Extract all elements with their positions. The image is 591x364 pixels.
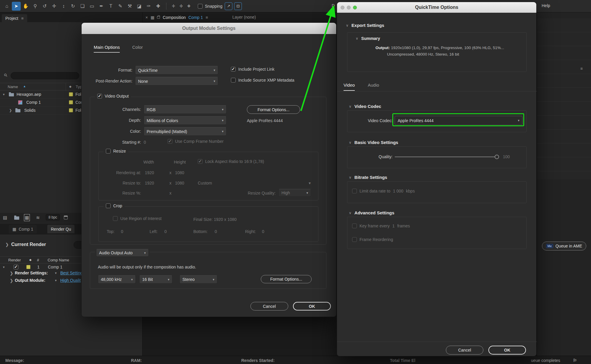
- column-number[interactable]: #: [37, 258, 39, 262]
- quality-slider-knob[interactable]: [495, 155, 499, 159]
- trash-icon[interactable]: [64, 216, 68, 219]
- selection-tool-icon[interactable]: ➤: [12, 2, 21, 11]
- expand-chevron-icon[interactable]: ❯: [10, 271, 13, 276]
- include-project-link-row[interactable]: Include Project Link: [231, 67, 274, 72]
- include-project-link-checkbox[interactable]: [231, 67, 236, 72]
- dolly-camera-tool-icon[interactable]: ↕: [59, 2, 68, 11]
- comp-panel-menu-icon[interactable]: ≡: [205, 15, 208, 20]
- limit-data-rate-value[interactable]: 1 000: [393, 189, 403, 193]
- eraser-tool-icon[interactable]: ◪: [135, 2, 144, 11]
- notification-icon[interactable]: ⚐: [573, 358, 577, 363]
- new-composition-icon[interactable]: ▦: [25, 215, 29, 220]
- pan-camera-tool-icon[interactable]: ✛: [50, 2, 59, 11]
- export-settings-section[interactable]: ∨ Export Settings: [346, 23, 384, 28]
- hand-tool-icon[interactable]: ✋: [21, 2, 30, 11]
- rotation-tool-icon[interactable]: ↻: [69, 2, 77, 11]
- include-xmp-checkbox[interactable]: [231, 78, 236, 82]
- summary-section[interactable]: ∨ Summary: [356, 36, 380, 41]
- video-codec-section[interactable]: ∨ Video Codec: [349, 104, 381, 109]
- help-menu[interactable]: Help: [542, 3, 550, 8]
- render-item-checkbox[interactable]: [14, 265, 18, 269]
- item-name[interactable]: Hexagon.aep: [17, 92, 41, 97]
- bitrate-section[interactable]: ∨ Bitrate Settings: [349, 175, 387, 180]
- crop-bottom-value[interactable]: 0: [215, 229, 217, 234]
- qt-ok-button[interactable]: OK: [488, 346, 526, 355]
- column-name[interactable]: Name: [8, 85, 18, 89]
- resize-width[interactable]: 1920: [145, 181, 154, 185]
- composition-comp-name[interactable]: Comp 1: [188, 15, 203, 20]
- video-output-toggle[interactable]: Video Output: [95, 94, 131, 98]
- oms-ok-button[interactable]: OK: [293, 302, 331, 310]
- quality-slider-track[interactable]: [395, 156, 495, 157]
- tab-project[interactable]: Project ≡: [2, 14, 27, 22]
- format-dropdown[interactable]: QuickTime▾: [135, 66, 218, 75]
- use-comp-frame-checkbox[interactable]: [168, 139, 172, 144]
- crop-toggle[interactable]: Crop: [103, 203, 124, 208]
- output-module-value-link[interactable]: High Qualit: [60, 278, 81, 283]
- resize-height[interactable]: 1080: [175, 181, 184, 185]
- keyframe-checkbox[interactable]: [352, 224, 357, 228]
- type-tool-icon[interactable]: T: [106, 2, 115, 11]
- crop-left-value[interactable]: 0: [164, 229, 167, 234]
- format-options-button[interactable]: Format Options...: [247, 105, 300, 114]
- post-render-dropdown[interactable]: None▾: [135, 77, 218, 85]
- tab-video[interactable]: Video: [344, 82, 355, 91]
- chevron-right-icon[interactable]: ❯: [9, 109, 12, 112]
- pan-behind-tool-icon[interactable]: ❏: [78, 2, 87, 11]
- snap-features-icon[interactable]: ⊡: [234, 2, 242, 10]
- close-icon[interactable]: ×: [145, 15, 148, 20]
- render-settings-value-link[interactable]: Best Setting: [60, 271, 83, 275]
- right-panel-menu-icon[interactable]: ≡: [580, 66, 583, 71]
- basic-video-section[interactable]: ∨ Basic Video Settings: [349, 140, 398, 145]
- window-minimize-button[interactable]: [347, 6, 351, 9]
- label-color-chip[interactable]: [69, 108, 73, 112]
- composition-tab-label[interactable]: Composition: [163, 15, 186, 20]
- sort-ascending-icon[interactable]: ▲: [23, 85, 26, 88]
- label-color-chip[interactable]: [69, 92, 73, 96]
- snapping-toggle[interactable]: Snapping: [198, 4, 222, 9]
- layer-panel-label[interactable]: Layer (none): [232, 15, 256, 20]
- mask-tool-icon-3[interactable]: ✥: [185, 2, 192, 11]
- orbit-camera-tool-icon[interactable]: ↺: [40, 2, 49, 11]
- frame-reordering-checkbox[interactable]: [352, 237, 357, 242]
- snap-edges-icon[interactable]: ↗: [225, 2, 232, 10]
- crop-right-value[interactable]: 0: [262, 229, 264, 234]
- depth-dropdown[interactable]: Millions of Colors▾: [144, 116, 226, 125]
- window-zoom-button[interactable]: [353, 6, 357, 9]
- audio-output-dropdown[interactable]: Audio Output Auto▾: [96, 249, 149, 257]
- mask-tool-icon-2[interactable]: ✣: [178, 2, 185, 11]
- resize-quality-dropdown[interactable]: High▾: [279, 189, 311, 197]
- audio-format-options-button[interactable]: Format Options...: [261, 275, 312, 283]
- resize-checkbox[interactable]: [106, 149, 111, 153]
- resize-preset-dropdown[interactable]: Custom▾: [198, 181, 311, 185]
- tab-color[interactable]: Color: [132, 45, 143, 52]
- panel-menu-icon[interactable]: ≡: [21, 16, 24, 21]
- audio-output-toggle[interactable]: Audio Output Auto▾: [95, 249, 150, 257]
- snapping-checkbox[interactable]: [198, 4, 203, 9]
- label-color-chip[interactable]: [26, 265, 30, 269]
- limit-data-rate-checkbox[interactable]: [352, 189, 357, 193]
- item-name[interactable]: Solids: [24, 108, 35, 113]
- new-folder-icon[interactable]: [14, 216, 19, 220]
- crop-checkbox[interactable]: [106, 203, 111, 208]
- window-close-button[interactable]: [341, 6, 344, 9]
- tab-render-queue[interactable]: Render Qu: [47, 225, 75, 233]
- channels-dropdown[interactable]: RGB▾: [144, 105, 226, 114]
- keyframe-value[interactable]: 1: [392, 224, 395, 228]
- roto-brush-tool-icon[interactable]: ✑: [144, 2, 153, 11]
- shape-tool-icon[interactable]: ▭: [88, 2, 96, 11]
- pen-tool-icon[interactable]: ✒: [97, 2, 106, 11]
- advanced-section[interactable]: ∨ Advanced Settings: [349, 210, 394, 215]
- queue-in-ame-button[interactable]: Me Queue in AME: [542, 242, 586, 250]
- include-xmp-row[interactable]: Include Source XMP Metadata: [231, 78, 294, 82]
- chevron-down-icon[interactable]: ▾: [55, 279, 57, 282]
- sample-rate-dropdown[interactable]: 48,000 kHz▾: [98, 275, 136, 284]
- home-icon[interactable]: ⌂: [2, 2, 11, 11]
- chevron-down-icon[interactable]: ▾: [3, 93, 5, 96]
- project-flowchart-icon[interactable]: ▤: [3, 215, 7, 220]
- color-depth-button[interactable]: 8 bpc: [46, 214, 60, 220]
- clone-stamp-tool-icon[interactable]: ⚒: [125, 2, 134, 11]
- tab-main-options[interactable]: Main Options: [94, 45, 120, 53]
- qt-cancel-button[interactable]: Cancel: [446, 346, 483, 355]
- lock-icon[interactable]: [157, 16, 160, 19]
